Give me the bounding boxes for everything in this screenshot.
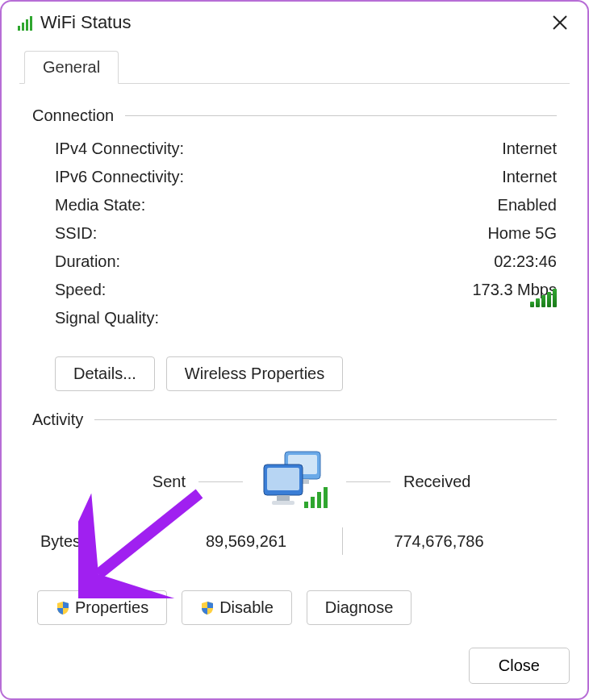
ipv6-label: IPv6 Connectivity: <box>55 168 184 186</box>
duration-label: Duration: <box>55 252 120 271</box>
tab-general[interactable]: General <box>24 51 119 84</box>
media-state-value: Enabled <box>498 196 557 215</box>
bytes-sent-value: 89,569,261 <box>169 532 323 551</box>
ipv4-label: IPv4 Connectivity: <box>55 140 184 158</box>
properties-button[interactable]: Properties <box>37 590 167 625</box>
activity-label: Activity <box>32 410 83 429</box>
close-button-label: Close <box>499 656 540 674</box>
svg-rect-11 <box>277 495 290 501</box>
diagnose-button-label: Diagnose <box>325 598 394 617</box>
duration-value: 02:23:46 <box>494 252 557 271</box>
speed-label: Speed: <box>55 281 106 299</box>
ipv6-value: Internet <box>502 168 557 186</box>
window-title: WiFi Status <box>40 12 544 33</box>
details-button[interactable]: Details... <box>55 356 155 391</box>
close-button[interactable]: Close <box>469 648 570 684</box>
properties-button-label: Properties <box>75 598 148 617</box>
shield-icon <box>56 601 70 615</box>
details-button-label: Details... <box>73 365 136 383</box>
svg-rect-0 <box>18 26 20 31</box>
ssid-value: Home 5G <box>487 224 557 243</box>
media-state-label: Media State: <box>55 196 145 215</box>
svg-rect-14 <box>311 497 315 508</box>
svg-rect-2 <box>26 19 28 31</box>
tab-row: General <box>19 50 570 84</box>
bytes-row: Bytes: 89,569,261 774,676,786 <box>32 516 557 563</box>
svg-rect-13 <box>304 502 308 508</box>
wireless-properties-button[interactable]: Wireless Properties <box>166 356 343 391</box>
disable-button[interactable]: Disable <box>182 590 292 625</box>
bytes-label: Bytes: <box>40 532 169 551</box>
disable-button-label: Disable <box>219 598 274 617</box>
signal-strength-icon <box>530 290 557 307</box>
activity-header: Activity <box>32 410 557 429</box>
received-label: Received <box>403 473 549 491</box>
signal-quality-label: Signal Quality: <box>55 309 530 327</box>
close-icon[interactable] <box>544 6 576 39</box>
ipv4-value: Internet <box>502 140 557 158</box>
svg-rect-15 <box>317 492 321 508</box>
network-monitors-icon <box>256 450 333 513</box>
svg-rect-16 <box>324 487 328 508</box>
shield-icon <box>200 601 215 615</box>
wireless-properties-button-label: Wireless Properties <box>185 365 324 383</box>
sent-label: Sent <box>40 473 186 491</box>
wifi-signal-icon <box>18 15 34 31</box>
diagnose-button[interactable]: Diagnose <box>307 590 412 625</box>
titlebar: WiFi Status <box>2 2 587 45</box>
ssid-label: SSID: <box>55 224 97 243</box>
svg-rect-12 <box>272 501 294 505</box>
bytes-received-value: 774,676,786 <box>362 532 516 551</box>
svg-rect-10 <box>267 468 299 490</box>
svg-rect-1 <box>22 23 24 31</box>
connection-label: Connection <box>32 106 114 125</box>
connection-header: Connection <box>32 106 557 125</box>
activity-diagram: Sent <box>32 439 557 516</box>
svg-rect-3 <box>30 16 32 31</box>
